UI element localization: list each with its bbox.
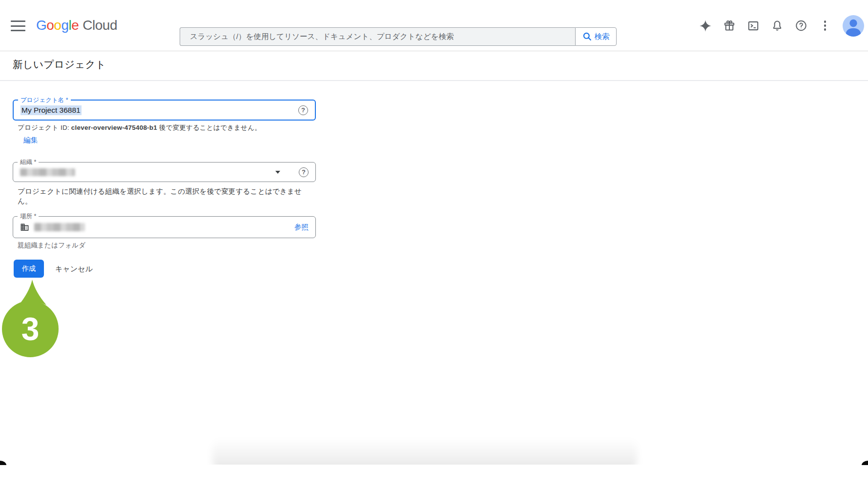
- location-label: 場所 *: [18, 212, 39, 221]
- cancel-button[interactable]: キャンセル: [55, 260, 93, 278]
- google-wordmark: Google: [36, 18, 79, 33]
- more-options-icon[interactable]: [819, 20, 831, 32]
- search-button-label: 検索: [595, 32, 610, 42]
- project-id-helper-prefix: プロジェクト ID:: [18, 124, 71, 131]
- search-input[interactable]: [180, 27, 575, 46]
- cloud-shell-icon[interactable]: [747, 20, 760, 32]
- google-cloud-logo[interactable]: Google Cloud: [36, 18, 117, 33]
- project-id-helper: プロジェクト ID: clever-overview-475408-b1 後で変…: [18, 123, 261, 132]
- step-number: 3: [21, 311, 40, 347]
- gemini-sparkle-icon[interactable]: [699, 20, 712, 32]
- header-icon-row: [699, 0, 864, 51]
- organization-building-icon: [20, 223, 29, 232]
- account-avatar[interactable]: [843, 15, 864, 37]
- organization-helper: プロジェクトに関連付ける組織を選択します。この選択を後で変更することはできません…: [18, 187, 305, 206]
- page-title-bar: 新しいプロジェクト: [0, 51, 868, 81]
- dropdown-arrow-icon[interactable]: [275, 171, 280, 174]
- window-corner-artifact-right: [862, 461, 868, 465]
- window-corner-artifact-left: [0, 461, 6, 465]
- gift-icon[interactable]: [723, 20, 736, 32]
- location-helper: 親組織またはフォルダ: [18, 241, 85, 250]
- project-id-value: clever-overview-475408-b1: [71, 124, 157, 131]
- location-field[interactable]: 場所 * 参照: [13, 216, 316, 238]
- hamburger-menu-icon[interactable]: [11, 20, 25, 31]
- top-app-bar: Google Cloud 検索: [0, 0, 868, 51]
- organization-label: 組織 *: [18, 158, 39, 166]
- project-name-field[interactable]: プロジェクト名 * My Project 36881 ?: [13, 100, 316, 121]
- organization-select-field[interactable]: 組織 * ?: [13, 162, 316, 182]
- search-button[interactable]: 検索: [575, 27, 617, 46]
- search-icon: [582, 32, 592, 41]
- create-button[interactable]: 作成: [14, 260, 44, 278]
- project-name-label: プロジェクト名 *: [18, 96, 71, 104]
- cloud-wordmark: Cloud: [83, 18, 117, 33]
- notifications-bell-icon[interactable]: [771, 20, 784, 32]
- project-id-helper-suffix: 後で変更することはできません。: [157, 124, 261, 131]
- project-name-value[interactable]: My Project 36881: [21, 105, 82, 115]
- step-annotation-balloon: 3: [1, 279, 60, 361]
- page-title: 新しいプロジェクト: [13, 58, 106, 71]
- background-window-shadow: [205, 434, 644, 465]
- global-search: 検索: [180, 27, 617, 46]
- organization-help-icon[interactable]: ?: [299, 167, 309, 177]
- browse-location-link[interactable]: 参照: [294, 223, 309, 232]
- location-value-redacted: [34, 223, 85, 231]
- project-name-help-icon[interactable]: ?: [298, 105, 308, 115]
- help-icon[interactable]: [795, 20, 807, 32]
- edit-project-id-link[interactable]: 編集: [23, 136, 38, 145]
- gcp-new-project-page: Google Cloud 検索: [0, 0, 868, 488]
- organization-value-redacted: [20, 168, 75, 176]
